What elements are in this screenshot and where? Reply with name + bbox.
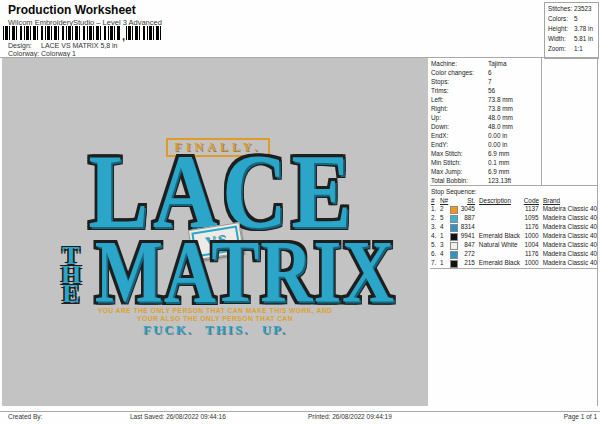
design-word-matrix: MATRIX bbox=[95, 223, 395, 320]
stop-sequence-divider bbox=[430, 185, 597, 186]
colorway-label: Colorway: bbox=[8, 50, 41, 57]
cell-swatch bbox=[450, 213, 459, 222]
cell-stitches: 9941 bbox=[459, 231, 475, 240]
footer-page-number: Page 1 of 1 bbox=[520, 413, 597, 420]
footer-created-by: Created By: bbox=[8, 413, 42, 420]
info-label: Left: bbox=[431, 95, 488, 104]
info-value: 48.0 mm bbox=[488, 123, 513, 130]
info-row: Width:5.81 in bbox=[545, 34, 598, 44]
colorway-value: Colorway 1 bbox=[41, 50, 76, 57]
info-label: Trims: bbox=[431, 86, 488, 95]
cell-stitches: 847 bbox=[459, 240, 475, 249]
stop-table-body: 1.230451137Madeira Classic 402.58871095M… bbox=[431, 204, 597, 267]
table-row: 1.230451137Madeira Classic 40 bbox=[431, 204, 597, 213]
info-label: Max Jump: bbox=[431, 167, 488, 176]
stats-panel: Stitches:23523Colors:5Height:3.78 inWidt… bbox=[544, 2, 599, 59]
cell-stitches: 272 bbox=[459, 249, 475, 258]
design-label: Design: bbox=[8, 42, 41, 49]
cell-brand: Madeira Classic 40 bbox=[539, 213, 597, 222]
info-row: Zoom:1:1 bbox=[545, 44, 598, 54]
cell-description bbox=[475, 213, 523, 222]
cell-code: 1000 bbox=[523, 231, 539, 240]
footer-divider bbox=[0, 411, 600, 412]
info-row: Trims:56 bbox=[431, 86, 543, 95]
cell-needle-number: 3 bbox=[440, 240, 450, 249]
cell-swatch bbox=[450, 258, 459, 267]
info-row: Right:73.8 mm bbox=[431, 104, 543, 113]
cell-stitches: 887 bbox=[459, 213, 475, 222]
info-value: 6 bbox=[488, 69, 492, 76]
info-label: Down: bbox=[431, 122, 488, 131]
barcode-segment bbox=[3, 26, 121, 40]
info-value: 0.1 mm bbox=[488, 159, 509, 166]
info-label: Height: bbox=[548, 24, 574, 34]
cell-stop-number: 6. bbox=[431, 249, 440, 258]
barcode-segment bbox=[126, 26, 163, 40]
cell-swatch bbox=[450, 240, 459, 249]
production-worksheet-page: Production Worksheet Wilcom EmbroiderySt… bbox=[0, 0, 600, 424]
info-value: 1:1 bbox=[574, 45, 583, 52]
cell-code: 1137 bbox=[523, 204, 539, 213]
info-label: Width: bbox=[548, 34, 574, 44]
colorway-row: Colorway:Colorway 1 bbox=[8, 50, 76, 57]
info-value: 5 bbox=[574, 15, 578, 22]
cell-swatch bbox=[450, 249, 459, 258]
cell-brand: Madeira Classic 40 bbox=[539, 204, 597, 213]
cell-stitches: 3045 bbox=[459, 204, 475, 213]
info-label: Min Stitch: bbox=[431, 158, 488, 167]
info-row: Left:73.8 mm bbox=[431, 95, 543, 104]
cell-stop-number: 1. bbox=[431, 204, 440, 213]
cell-brand: Madeira Classic 40 bbox=[539, 231, 597, 240]
table-row: 4.19941Emerald Black1000Madeira Classic … bbox=[431, 231, 597, 240]
info-row: Min Stitch:0.1 mm bbox=[431, 158, 543, 167]
info-row: Total Bobbin:123.13ft bbox=[431, 176, 543, 185]
info-row: Max Jump:6.9 mm bbox=[431, 167, 543, 176]
machine-panel: Machine:TajimaColor changes:6Stops:7Trim… bbox=[431, 59, 543, 185]
design-tagline-2: YOUR ALSO THE ONLY PERSON THAT CAN bbox=[2, 315, 428, 322]
info-label: Up: bbox=[431, 113, 488, 122]
stop-sequence-title: Stop Sequence: bbox=[431, 188, 476, 195]
cell-brand: Madeira Classic 40 bbox=[539, 240, 597, 249]
info-row: Up:48.0 mm bbox=[431, 113, 543, 122]
cell-code: 1000 bbox=[523, 258, 539, 267]
cell-stop-number: 2. bbox=[431, 213, 440, 222]
info-label: Color changes: bbox=[431, 68, 488, 77]
info-value: 73.8 mm bbox=[488, 105, 513, 112]
cell-needle-number: 4 bbox=[440, 222, 450, 231]
cell-needle-number: 2 bbox=[440, 204, 450, 213]
info-value: Tajima bbox=[488, 60, 506, 67]
info-value: 73.8 mm bbox=[488, 96, 513, 103]
info-value: 7 bbox=[488, 78, 492, 85]
right-border bbox=[597, 58, 598, 406]
info-row: Down:48.0 mm bbox=[431, 122, 543, 131]
info-row: Machine:Tajima bbox=[431, 59, 543, 68]
info-value: 6.9 mm bbox=[488, 168, 509, 175]
info-row: Stitches:23523 bbox=[545, 4, 598, 14]
info-row: EndX:0.00 in bbox=[431, 131, 543, 140]
info-label: Total Bobbin: bbox=[431, 176, 488, 185]
design-barcode: , bbox=[3, 26, 163, 40]
info-value: 123.13ft bbox=[488, 177, 511, 184]
footer-printed: Printed: 26/08/2022 09:44:19 bbox=[308, 413, 392, 420]
info-label: Right: bbox=[431, 104, 488, 113]
info-value: 56 bbox=[488, 87, 495, 94]
info-value: 23523 bbox=[574, 5, 592, 12]
cell-needle-number: 1 bbox=[440, 231, 450, 240]
design-value: LACE VS MATRIX 5,8 in bbox=[41, 42, 118, 49]
design-word-matrix-wrap: MATRIX bbox=[95, 228, 357, 316]
cell-brand: Madeira Classic 40 bbox=[539, 222, 597, 231]
cell-code: 1004 bbox=[523, 240, 539, 249]
info-value: 0.00 in bbox=[488, 141, 507, 148]
cell-code: 1176 bbox=[523, 249, 539, 258]
table-row: 6.42721176Madeira Classic 40 bbox=[431, 249, 597, 258]
info-label: EndX: bbox=[431, 131, 488, 140]
info-label: Stitches: bbox=[548, 4, 574, 14]
info-row: Height:3.78 in bbox=[545, 24, 598, 34]
design-name-row: Design:LACE VS MATRIX 5,8 in bbox=[8, 42, 118, 49]
info-row: Colors:5 bbox=[545, 14, 598, 24]
color-swatch bbox=[450, 260, 458, 268]
cell-code: 1176 bbox=[523, 222, 539, 231]
table-bottom-divider bbox=[430, 268, 597, 269]
cell-description: Emerald Black bbox=[475, 231, 523, 240]
info-label: Colors: bbox=[548, 14, 574, 24]
